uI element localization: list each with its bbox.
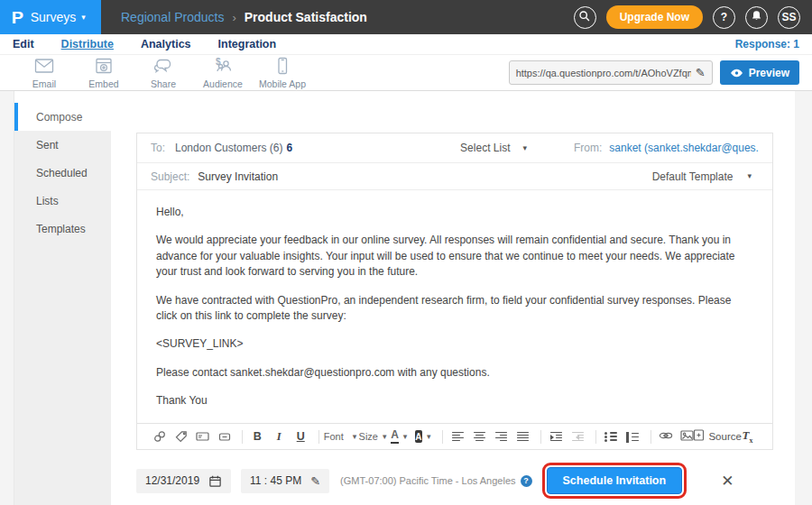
embed-icon [94,57,114,78]
tab-distribute[interactable]: Distribute [61,38,114,50]
select-list-dropdown[interactable]: Select List ▾ [460,142,527,154]
anchor-link-icon[interactable] [150,427,169,446]
question-mark-icon: ? [721,11,727,23]
tab-integration[interactable]: Integration [218,38,277,50]
size-dropdown[interactable]: Size ▾ [359,427,387,446]
channel-share[interactable]: Share [134,57,193,89]
indent-button[interactable] [547,427,566,446]
sidebar-item-sent[interactable]: Sent [14,131,111,159]
mobile-app-icon [273,57,291,78]
source-button[interactable]: Source [699,427,735,446]
survey-url-input[interactable] [516,68,691,78]
email-body-paragraph: We have contracted with QuestionPro, an … [156,293,753,325]
text-color-icon: A [391,429,399,443]
align-center-button[interactable] [470,427,489,446]
distribute-channels-toolbar: Email Embed Share $ Audience Mobile App … [0,54,812,91]
template-card-icon[interactable] [193,427,212,446]
edit-time-pencil-icon[interactable]: ✎ [310,475,320,487]
text-color-button[interactable]: A ▾ [389,427,408,446]
survey-nav-tabs: Edit Distribute Analytics Integration Re… [0,34,812,54]
bullet-list-button[interactable] [602,427,621,446]
email-body-paragraph: We would appreciate your feedback in our… [156,233,753,280]
channel-embed[interactable]: Embed [74,57,134,89]
svg-text:$: $ [216,57,221,67]
tag-icon[interactable] [171,427,190,446]
bold-button[interactable]: B [248,427,267,446]
surveys-menu[interactable]: P Surveys ▾ [0,0,101,34]
edit-url-pencil-icon[interactable]: ✎ [696,67,706,78]
compose-sidebar: Compose Sent Scheduled Lists Templates [14,92,111,505]
outdent-button[interactable] [568,427,587,446]
italic-button[interactable]: I [270,427,289,446]
breadcrumb-separator: › [232,11,235,24]
distribute-content: Compose Sent Scheduled Lists Templates T… [14,91,795,505]
underline-button[interactable]: U [291,427,310,446]
to-label: To: [151,142,165,154]
help-button[interactable]: ? [713,6,735,29]
button-widget-icon[interactable] [215,427,234,446]
subject-input[interactable]: Survey Invitation [198,170,278,183]
survey-url-field: ✎ [509,60,713,85]
channel-mobile-app[interactable]: Mobile App [253,57,312,89]
align-left-button[interactable] [448,427,467,446]
to-row: To: London Customers (6) 6 Select List ▾… [137,133,772,163]
notifications-button[interactable] [745,6,768,29]
page-right-gutter [795,91,812,505]
align-center-icon [474,432,485,442]
tab-edit[interactable]: Edit [13,38,34,50]
top-header: P Surveys ▾ Regional Products › Product … [0,0,812,34]
schedule-date-input[interactable]: 12/31/2019 [136,469,231,493]
format-toolbar: B I U Font ▾ Size ▾ A ▾ A ▾ [137,423,772,449]
channel-email[interactable]: Email [14,57,74,89]
sidebar-item-lists[interactable]: Lists [14,187,111,215]
timezone-help-icon[interactable]: ? [521,475,532,487]
chevron-down-icon: ▾ [747,172,752,180]
response-count[interactable]: Response: 1 [735,38,799,50]
chevron-down-icon: ▾ [427,433,431,441]
align-left-icon [452,432,464,442]
recipient-count: 6 [286,142,292,154]
source-doc-icon [693,429,705,444]
chain-link-icon [659,430,673,443]
align-right-icon [495,432,507,442]
email-body-paragraph: Please contact sanket.shekdar@questionpr… [156,365,753,381]
email-body-paragraph: Thank You [156,393,753,409]
sidebar-item-templates[interactable]: Templates [14,215,111,243]
insert-link-button[interactable] [656,427,675,446]
justify-button[interactable] [513,427,532,446]
channel-audience[interactable]: $ Audience [193,57,253,89]
from-sender[interactable]: sanket (sanket.shekdar@ques... [609,142,759,154]
remove-format-icon: Tx [742,428,752,445]
subject-row: Subject: Survey Invitation Default Templ… [137,163,772,190]
schedule-time-input[interactable]: 11 : 45 PM ✎ [241,469,329,493]
numbered-list-button[interactable] [623,427,642,446]
sidebar-item-compose[interactable]: Compose [14,103,111,131]
breadcrumb-parent[interactable]: Regional Products [121,10,224,24]
align-right-button[interactable] [492,427,511,446]
avatar[interactable]: SS [778,6,800,29]
bg-color-button[interactable]: A ▾ [411,427,434,446]
numbered-list-icon [626,432,639,442]
to-recipient-list[interactable]: London Customers (6) [175,142,282,154]
search-button[interactable] [574,6,596,29]
calendar-icon[interactable] [208,474,222,488]
close-icon[interactable]: ✕ [721,473,734,489]
sidebar-item-scheduled[interactable]: Scheduled [14,159,111,187]
email-editor-panel: To: London Customers (6) 6 Select List ▾… [136,133,773,450]
remove-format-button[interactable]: Tx [738,427,757,446]
font-dropdown[interactable]: Font ▾ [324,427,355,446]
indent-icon [550,432,562,442]
template-dropdown[interactable]: Default Template ▾ [652,170,759,183]
tab-analytics[interactable]: Analytics [141,38,191,50]
schedule-invitation-button[interactable]: Schedule Invitation [547,467,683,494]
chevron-down-icon: ▾ [522,144,527,152]
email-body-editor[interactable]: Hello,We would appreciate your feedback … [137,190,772,423]
email-body-paragraph: Hello, [156,205,753,220]
breadcrumb: Regional Products › Product Satisfaction [121,10,367,24]
surveys-menu-label: Surveys [31,10,77,24]
eye-icon [730,69,743,78]
preview-button[interactable]: Preview [720,60,799,85]
breadcrumb-current: Product Satisfaction [245,10,367,24]
upgrade-now-button[interactable]: Upgrade Now [606,5,703,29]
image-icon [680,430,694,444]
